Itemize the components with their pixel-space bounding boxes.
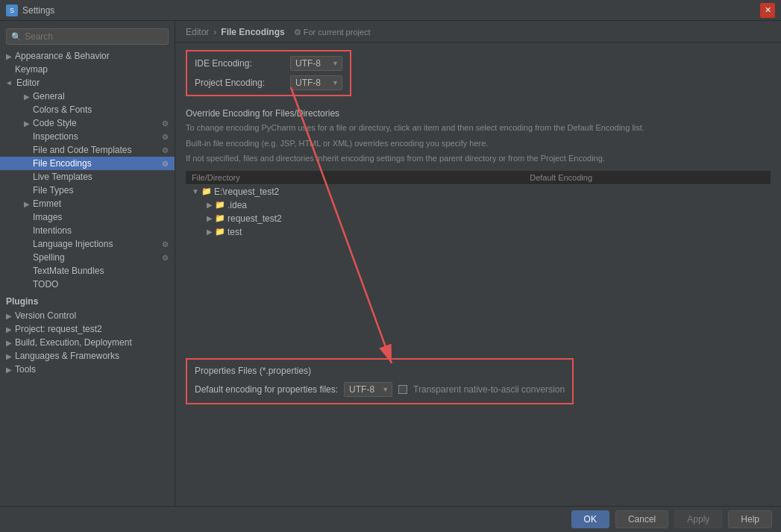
table-row[interactable]: ▶ 📁 test <box>186 225 771 239</box>
transparent-checkbox[interactable] <box>398 385 407 394</box>
sidebar-item-label: File Encodings <box>33 158 92 169</box>
sidebar-item-label: Project: request_test2 <box>15 324 102 334</box>
properties-encoding-dropdown[interactable]: UTF-8 ▼ <box>344 382 392 397</box>
properties-section: Properties Files (*.properties) Default … <box>186 358 574 404</box>
sidebar-item-label: File Types <box>33 185 73 195</box>
panel-body: IDE Encoding: UTF-8 ▼ Project Encoding: … <box>175 43 781 506</box>
sidebar-item-general[interactable]: ▶ General <box>0 90 175 103</box>
sidebar-item-label: Version Control <box>15 310 76 321</box>
ide-encoding-label: IDE Encoding: <box>195 58 284 69</box>
arrow-icon: ▶ <box>6 52 12 60</box>
table-row[interactable]: ▶ 📁 .idea <box>186 198 771 212</box>
settings-icon: ⚙ <box>162 254 169 262</box>
sidebar-item-label: General <box>33 91 65 101</box>
table-row[interactable]: ▼ 📁 E:\request_test2 <box>186 184 771 198</box>
sidebar-item-label: Keymap <box>15 64 48 75</box>
sidebar-item-tools[interactable]: ▶ Tools <box>0 363 175 376</box>
arrow-icon: ▶ <box>6 366 12 374</box>
sidebar-item-label: Inspections <box>33 131 78 142</box>
breadcrumb-part1: Editor <box>186 27 209 37</box>
sidebar-item-live-templates[interactable]: Live Templates <box>0 170 175 184</box>
ide-encoding-value: UTF-8 <box>295 58 321 69</box>
ide-encoding-dropdown[interactable]: UTF-8 ▼ <box>290 56 342 71</box>
sidebar-item-file-code-templates[interactable]: File and Code Templates ⚙ <box>0 143 175 157</box>
sidebar-item-label: Images <box>33 212 62 222</box>
col-default-encoding: Default Encoding <box>524 171 771 185</box>
close-button[interactable]: ✕ <box>760 3 775 18</box>
sidebar-item-label: Live Templates <box>33 172 92 182</box>
sidebar-item-images[interactable]: Images <box>0 210 175 224</box>
settings-icon: ⚙ <box>162 133 169 141</box>
col-file-directory: File/Directory <box>186 171 524 185</box>
override-title: Override Encoding for Files/Directories <box>186 108 771 119</box>
description3: If not specified, files and directories … <box>186 152 771 165</box>
sidebar-item-project[interactable]: ▶ Project: request_test2 <box>0 322 175 336</box>
project-encoding-label: Project Encoding: <box>195 78 284 88</box>
sidebar-item-emmet[interactable]: ▶ Emmet <box>0 197 175 210</box>
settings-icon: ⚙ <box>162 146 169 154</box>
title-bar: S Settings ✕ <box>0 0 781 21</box>
sidebar-item-keymap[interactable]: Keymap <box>0 63 175 76</box>
sidebar-section-plugins: Plugins <box>0 294 175 309</box>
sidebar-item-label: Appearance & Behavior <box>15 51 110 61</box>
sidebar-item-inspections[interactable]: Inspections ⚙ <box>0 130 175 143</box>
sidebar: 🔍 ▶ Appearance & Behavior Keymap ▼ Edito… <box>0 21 175 506</box>
sidebar-item-editor[interactable]: ▼ Editor <box>0 76 175 90</box>
sidebar-item-code-style[interactable]: ▶ Code Style ⚙ <box>0 116 175 130</box>
sidebar-item-file-encodings[interactable]: File Encodings ⚙ <box>0 157 175 170</box>
for-project-label: ⚙ For current project <box>294 28 371 37</box>
arrow-icon: ▶ <box>24 119 30 128</box>
sidebar-item-todo[interactable]: TODO <box>0 278 175 291</box>
breadcrumb-part2: File Encodings <box>221 27 284 37</box>
settings-icon: ⚙ <box>162 119 169 128</box>
ok-button[interactable]: OK <box>571 510 609 528</box>
arrow-icon: ▶ <box>6 339 12 347</box>
tree-arrow-icon: ▶ <box>207 201 213 209</box>
sidebar-item-label: Tools <box>15 364 36 375</box>
sidebar-item-label: Intentions <box>33 225 72 236</box>
help-button[interactable]: Help <box>728 510 772 528</box>
sidebar-item-label: Emmet <box>33 198 61 209</box>
override-section: Override Encoding for Files/Directories … <box>186 108 771 165</box>
project-encoding-dropdown[interactable]: UTF-8 ▼ <box>290 75 342 90</box>
sidebar-item-label: Spelling <box>33 252 65 263</box>
dropdown-arrow-icon: ▼ <box>332 60 339 67</box>
search-box: 🔍 <box>6 28 169 45</box>
folder-icon: 📁 <box>201 187 212 196</box>
arrow-icon: ▶ <box>6 352 12 360</box>
sidebar-item-appearance-behavior[interactable]: ▶ Appearance & Behavior <box>0 49 175 63</box>
sidebar-item-label: File and Code Templates <box>33 145 132 155</box>
table-row[interactable]: ▶ 📁 request_test2 <box>186 212 771 225</box>
bottom-bar: OK Cancel Apply Help <box>0 506 781 532</box>
sidebar-item-version-control[interactable]: ▶ Version Control <box>0 309 175 322</box>
arrow-icon: ▶ <box>24 93 30 101</box>
folder-icon: 📁 <box>215 200 225 210</box>
tree-arrow-icon: ▶ <box>207 228 213 236</box>
sidebar-item-languages[interactable]: ▶ Languages & Frameworks <box>0 349 175 363</box>
sidebar-item-textmate-bundles[interactable]: TextMate Bundles <box>0 264 175 278</box>
sidebar-item-spelling[interactable]: Spelling ⚙ <box>0 251 175 264</box>
file-table: File/Directory Default Encoding ▼ 📁 E:\r… <box>186 171 771 239</box>
sidebar-item-label: Languages & Frameworks <box>15 351 119 361</box>
breadcrumb-sep: › <box>213 27 216 37</box>
sidebar-item-build[interactable]: ▶ Build, Execution, Deployment <box>0 336 175 349</box>
window-title: Settings <box>22 5 54 16</box>
encoding-box: IDE Encoding: UTF-8 ▼ Project Encoding: … <box>186 50 351 96</box>
transparent-label: Transparent native-to-ascii conversion <box>413 384 565 395</box>
settings-icon: ⚙ <box>162 240 169 248</box>
description1: To change encoding PyCharm uses for a fi… <box>186 122 771 134</box>
sidebar-item-file-types[interactable]: File Types <box>0 184 175 197</box>
search-icon: 🔍 <box>11 32 22 42</box>
sidebar-item-label: Build, Execution, Deployment <box>15 337 132 348</box>
settings-icon: ⚙ <box>162 160 169 168</box>
file-name: request_test2 <box>228 213 282 224</box>
sidebar-item-colors-fonts[interactable]: Colors & Fonts <box>0 103 175 116</box>
sidebar-item-label: Colors & Fonts <box>33 104 92 115</box>
folder-icon: 📁 <box>215 213 225 223</box>
sidebar-item-intentions[interactable]: Intentions <box>0 224 175 237</box>
search-input[interactable] <box>25 31 163 42</box>
sidebar-item-language-injections[interactable]: Language Injections ⚙ <box>0 237 175 251</box>
apply-button[interactable]: Apply <box>674 510 722 528</box>
cancel-button[interactable]: Cancel <box>615 510 668 528</box>
properties-encoding-value: UTF-8 <box>349 384 374 395</box>
